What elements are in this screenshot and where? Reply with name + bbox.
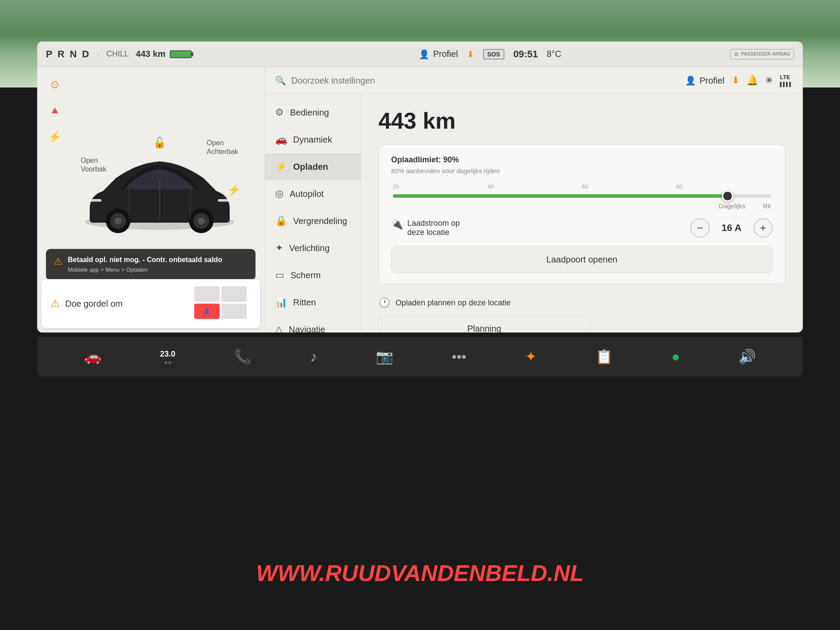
- search-input[interactable]: [291, 76, 680, 86]
- taskbar-volume[interactable]: 🔊: [738, 348, 756, 365]
- profile-label: Profiel: [433, 49, 458, 59]
- separator: ·: [97, 49, 99, 59]
- top-bar-left: P R N D · CHILL 443 km: [46, 49, 273, 60]
- left-panel: ⊙ 🔺 ⚡ Open Voorbak Open Achterbak 🔓: [37, 67, 265, 332]
- bell-icon[interactable]: 🔔: [746, 75, 758, 86]
- verlichting-label: Verlichting: [289, 243, 329, 253]
- passenger-airbag-indicator: ⊘ PASSENGER AIRBAG: [730, 49, 794, 60]
- vergrendeling-label: Vergrendeling: [293, 216, 347, 226]
- sidebar-item-dynamiek[interactable]: 🚗 Dynamiek: [265, 126, 360, 153]
- search-icon: 🔍: [275, 75, 286, 86]
- open-voorbak-label[interactable]: Open Voorbak: [81, 156, 107, 175]
- sidebar-item-scherm[interactable]: ▭ Scherm: [265, 262, 360, 289]
- charge-limit-title: Oplaadlimiet: 90%: [391, 155, 773, 164]
- climate-dots: [164, 361, 171, 364]
- sidebar-item-bediening[interactable]: ⚙ Bediening: [265, 99, 360, 126]
- opladen-label: Opladen: [293, 162, 328, 172]
- sidebar-item-navigatie[interactable]: △ Navigatie: [265, 316, 360, 332]
- slider-labels: Dagelijks Rit: [393, 202, 771, 210]
- charge-increase-button[interactable]: +: [753, 218, 773, 238]
- drive-mode: CHILL: [106, 49, 129, 59]
- sidebar-item-opladen[interactable]: ⚡ Opladen: [265, 153, 360, 180]
- profile-button[interactable]: 👤 Profiel: [419, 49, 458, 60]
- car-image: Open Voorbak Open Achterbak 🔓: [77, 130, 243, 226]
- more-dots-icon: •••: [452, 349, 466, 365]
- download-header-icon[interactable]: ⬇: [732, 75, 739, 86]
- apps-icon: ✦: [525, 348, 537, 365]
- charge-limit-sub: 80% aanbevolen voor dagelijks rijden: [391, 167, 773, 175]
- laadpoort-button[interactable]: Laadpoort openen: [391, 246, 773, 273]
- slider-marks: 20 40 60 80: [393, 183, 771, 190]
- warning-triangle-icon: ⚠: [54, 256, 63, 267]
- charge-current-value: 16 A: [718, 222, 745, 234]
- seatbelt-icon: 🔺: [46, 102, 63, 119]
- schedule-label: Opladen plannen op deze locatie: [396, 298, 511, 308]
- taskbar-more[interactable]: •••: [452, 349, 466, 365]
- tire-pressure-icon: ⊙: [46, 76, 63, 93]
- sidebar-item-vergrendeling[interactable]: 🔒 Vergrendeling: [265, 207, 360, 234]
- svg-rect-8: [218, 199, 229, 202]
- opladen-icon: ⚡: [275, 161, 287, 172]
- taskbar-spotify[interactable]: ●: [672, 349, 680, 365]
- car-taskbar-icon: 🚗: [84, 348, 102, 365]
- header-profile-label: Profiel: [700, 76, 724, 86]
- sidebar-item-ritten[interactable]: 📊 Ritten: [265, 289, 360, 316]
- charge-slider-track[interactable]: [393, 194, 771, 198]
- main-screen: P R N D · CHILL 443 km 👤 Profiel ⬇ SOS 0…: [37, 42, 803, 332]
- charge-status-icon: ⚡: [46, 128, 63, 146]
- profile-person-icon: 👤: [685, 75, 696, 86]
- settings-container: 🔍 👤 Profiel ⬇ 🔔 ✳ LTE▌▌▌▌: [265, 67, 803, 332]
- temperature-label: 23.0: [160, 350, 175, 359]
- profile-icon: 👤: [419, 49, 430, 60]
- charge-slider-fill: [393, 194, 725, 198]
- sos-badge: SOS: [483, 49, 505, 60]
- top-bar: P R N D · CHILL 443 km 👤 Profiel ⬇ SOS 0…: [37, 42, 803, 67]
- planning-button[interactable]: Planning: [378, 315, 590, 332]
- main-content: ⊙ 🔺 ⚡ Open Voorbak Open Achterbak 🔓: [37, 67, 803, 332]
- charge-slider-thumb[interactable]: [722, 190, 733, 202]
- taskbar-phone[interactable]: 📞: [234, 348, 252, 365]
- volume-icon: 🔊: [738, 348, 756, 365]
- taskbar-notes[interactable]: 📋: [595, 348, 613, 365]
- ritten-label: Ritten: [293, 298, 316, 308]
- seat-front-left: [194, 286, 220, 302]
- charge-slider-container: 20 40 60 80: [391, 183, 773, 210]
- range-display: 443 km: [136, 49, 192, 59]
- vergrendeling-icon: 🔒: [275, 215, 287, 227]
- seatbelt-text: Doe gordel om: [65, 299, 122, 309]
- temperature-display: 8°C: [546, 49, 561, 59]
- taskbar-car[interactable]: 🚗: [84, 348, 102, 365]
- battery-bar: [170, 50, 192, 58]
- lock-icon: 🔓: [153, 136, 166, 149]
- charge-decrease-button[interactable]: −: [690, 218, 710, 238]
- open-achterbak-label[interactable]: Open Achterbak: [206, 139, 238, 157]
- taskbar-music-note[interactable]: ♪: [310, 349, 317, 365]
- clock-icon: 🕐: [378, 297, 390, 308]
- dynamiek-icon: 🚗: [275, 134, 287, 145]
- watermark: WWW.RUUDVANDENBELD.NL: [256, 560, 584, 586]
- header-profile[interactable]: 👤 Profiel: [685, 75, 724, 86]
- scherm-label: Scherm: [290, 270, 321, 280]
- charge-limit-card: Oplaadlimiet: 90% 80% aanbevolen voor da…: [378, 144, 785, 284]
- seatbelt-left: ⚠ Doe gordel om: [50, 298, 122, 310]
- autopilot-icon: ◎: [275, 188, 284, 200]
- navigatie-label: Navigatie: [289, 325, 325, 333]
- charge-current-label: 🔌 Laadstroom opdeze locatie: [391, 219, 460, 237]
- warning-main-text: Betaald opl. niet mog. - Contr. onbetaal…: [68, 255, 222, 265]
- rit-label: Rit: [763, 202, 771, 210]
- sidebar-item-verlichting[interactable]: ✦ Verlichting: [265, 234, 360, 262]
- plug-icon: 🔌: [391, 219, 403, 230]
- taskbar-camera[interactable]: 📷: [376, 348, 393, 365]
- verlichting-icon: ✦: [275, 242, 283, 254]
- sidebar-item-autopilot[interactable]: ◎ Autopilot: [265, 180, 360, 207]
- taskbar-climate[interactable]: 23.0: [160, 350, 175, 364]
- seat-rear-right: [221, 304, 247, 319]
- svg-point-3: [115, 217, 122, 224]
- range-title: 443 km: [378, 108, 785, 134]
- top-bar-center: 👤 Profiel ⬇ SOS 09:51 8°C: [273, 49, 707, 60]
- taskbar-apps[interactable]: ✦: [525, 348, 537, 365]
- music-note-icon: ♪: [310, 349, 317, 365]
- status-icons: ⊙ 🔺 ⚡: [46, 76, 63, 146]
- bediening-label: Bediening: [290, 108, 329, 118]
- bluetooth-icon[interactable]: ✳: [765, 75, 773, 86]
